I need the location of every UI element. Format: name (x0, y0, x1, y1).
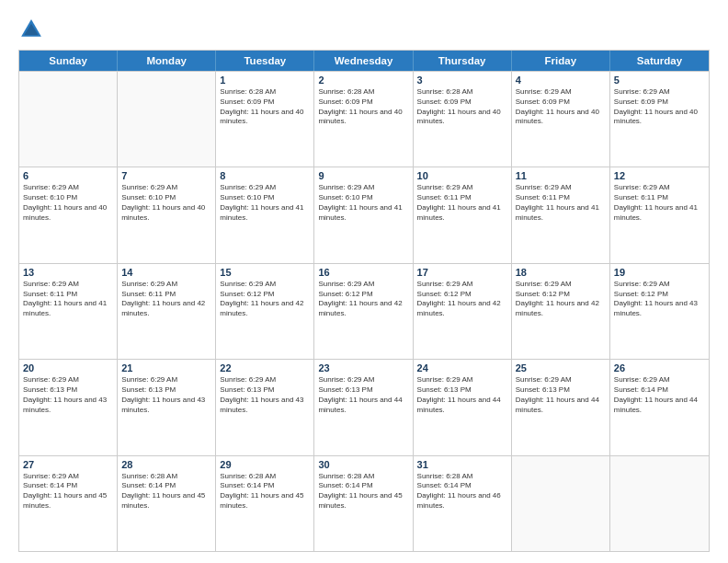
calendar-cell-26: 26Sunrise: 6:29 AM Sunset: 6:14 PM Dayli… (610, 360, 709, 454)
calendar-cell-12: 12Sunrise: 6:29 AM Sunset: 6:11 PM Dayli… (610, 167, 709, 262)
calendar-cell-empty (610, 456, 709, 551)
day-number: 19 (614, 267, 705, 278)
day-number: 23 (318, 362, 408, 373)
cell-info: Sunrise: 6:29 AM Sunset: 6:13 PM Dayligh… (318, 375, 408, 415)
calendar-cell-8: 8Sunrise: 6:29 AM Sunset: 6:10 PM Daylig… (216, 167, 314, 262)
cell-info: Sunrise: 6:29 AM Sunset: 6:10 PM Dayligh… (23, 183, 113, 223)
day-number: 28 (121, 459, 211, 470)
calendar-cell-10: 10Sunrise: 6:29 AM Sunset: 6:11 PM Dayli… (414, 167, 512, 262)
day-number: 4 (516, 75, 606, 86)
cell-info: Sunrise: 6:29 AM Sunset: 6:11 PM Dayligh… (417, 183, 507, 223)
day-number: 8 (220, 170, 310, 181)
calendar-cell-27: 27Sunrise: 6:29 AM Sunset: 6:14 PM Dayli… (19, 456, 118, 551)
cell-info: Sunrise: 6:28 AM Sunset: 6:09 PM Dayligh… (318, 87, 408, 127)
calendar-cell-1: 1Sunrise: 6:28 AM Sunset: 6:09 PM Daylig… (216, 72, 314, 167)
calendar-cell-empty (19, 72, 118, 167)
calendar-cell-empty (512, 456, 610, 551)
calendar-row-2: 13Sunrise: 6:29 AM Sunset: 6:11 PM Dayli… (19, 263, 709, 359)
cell-info: Sunrise: 6:29 AM Sunset: 6:13 PM Dayligh… (220, 375, 310, 415)
weekday-header-monday: Monday (118, 51, 216, 71)
calendar-row-1: 6Sunrise: 6:29 AM Sunset: 6:10 PM Daylig… (19, 167, 709, 262)
cell-info: Sunrise: 6:28 AM Sunset: 6:14 PM Dayligh… (318, 472, 408, 511)
calendar-cell-5: 5Sunrise: 6:29 AM Sunset: 6:09 PM Daylig… (610, 72, 709, 167)
cell-info: Sunrise: 6:29 AM Sunset: 6:11 PM Dayligh… (23, 280, 113, 319)
cell-info: Sunrise: 6:29 AM Sunset: 6:09 PM Dayligh… (516, 87, 606, 127)
calendar-cell-23: 23Sunrise: 6:29 AM Sunset: 6:13 PM Dayli… (314, 360, 413, 454)
cell-info: Sunrise: 6:29 AM Sunset: 6:14 PM Dayligh… (614, 375, 705, 415)
calendar-row-4: 27Sunrise: 6:29 AM Sunset: 6:14 PM Dayli… (19, 455, 709, 551)
day-number: 14 (121, 267, 211, 278)
cell-info: Sunrise: 6:29 AM Sunset: 6:12 PM Dayligh… (318, 280, 408, 319)
cell-info: Sunrise: 6:29 AM Sunset: 6:13 PM Dayligh… (516, 375, 606, 415)
weekday-header-thursday: Thursday (414, 51, 512, 71)
day-number: 12 (614, 170, 705, 181)
day-number: 30 (318, 459, 408, 470)
calendar-cell-20: 20Sunrise: 6:29 AM Sunset: 6:13 PM Dayli… (19, 360, 118, 454)
cell-info: Sunrise: 6:28 AM Sunset: 6:14 PM Dayligh… (417, 472, 507, 511)
calendar-cell-17: 17Sunrise: 6:29 AM Sunset: 6:12 PM Dayli… (414, 264, 512, 359)
calendar-cell-4: 4Sunrise: 6:29 AM Sunset: 6:09 PM Daylig… (512, 72, 610, 167)
header (18, 17, 710, 42)
calendar-cell-24: 24Sunrise: 6:29 AM Sunset: 6:13 PM Dayli… (414, 360, 512, 454)
day-number: 7 (121, 170, 211, 181)
weekday-header-friday: Friday (512, 51, 610, 71)
calendar-cell-empty (118, 72, 216, 167)
day-number: 29 (220, 459, 310, 470)
page: SundayMondayTuesdayWednesdayThursdayFrid… (0, 0, 728, 563)
day-number: 16 (318, 267, 408, 278)
day-number: 17 (417, 267, 507, 278)
calendar-cell-7: 7Sunrise: 6:29 AM Sunset: 6:10 PM Daylig… (118, 167, 216, 262)
day-number: 5 (614, 75, 705, 86)
day-number: 2 (318, 75, 408, 86)
day-number: 22 (220, 362, 310, 373)
calendar-cell-15: 15Sunrise: 6:29 AM Sunset: 6:12 PM Dayli… (216, 264, 314, 359)
day-number: 18 (516, 267, 606, 278)
day-number: 15 (220, 267, 310, 278)
calendar-cell-9: 9Sunrise: 6:29 AM Sunset: 6:10 PM Daylig… (314, 167, 413, 262)
cell-info: Sunrise: 6:29 AM Sunset: 6:09 PM Dayligh… (614, 87, 705, 127)
weekday-header-wednesday: Wednesday (314, 51, 413, 71)
calendar-row-0: 1Sunrise: 6:28 AM Sunset: 6:09 PM Daylig… (19, 71, 709, 167)
calendar-cell-19: 19Sunrise: 6:29 AM Sunset: 6:12 PM Dayli… (610, 264, 709, 359)
calendar-cell-30: 30Sunrise: 6:28 AM Sunset: 6:14 PM Dayli… (314, 456, 413, 551)
cell-info: Sunrise: 6:29 AM Sunset: 6:10 PM Dayligh… (220, 183, 310, 223)
cell-info: Sunrise: 6:29 AM Sunset: 6:10 PM Dayligh… (318, 183, 408, 223)
day-number: 31 (417, 459, 507, 470)
calendar-cell-2: 2Sunrise: 6:28 AM Sunset: 6:09 PM Daylig… (314, 72, 413, 167)
cell-info: Sunrise: 6:29 AM Sunset: 6:13 PM Dayligh… (417, 375, 507, 415)
day-number: 27 (23, 459, 113, 470)
day-number: 20 (23, 362, 113, 373)
calendar-cell-29: 29Sunrise: 6:28 AM Sunset: 6:14 PM Dayli… (216, 456, 314, 551)
calendar-cell-13: 13Sunrise: 6:29 AM Sunset: 6:11 PM Dayli… (19, 264, 118, 359)
cell-info: Sunrise: 6:29 AM Sunset: 6:12 PM Dayligh… (417, 280, 507, 319)
cell-info: Sunrise: 6:29 AM Sunset: 6:11 PM Dayligh… (614, 183, 705, 223)
cell-info: Sunrise: 6:28 AM Sunset: 6:14 PM Dayligh… (121, 472, 211, 511)
cell-info: Sunrise: 6:29 AM Sunset: 6:11 PM Dayligh… (121, 280, 211, 319)
day-number: 24 (417, 362, 507, 373)
day-number: 6 (23, 170, 113, 181)
calendar-cell-21: 21Sunrise: 6:29 AM Sunset: 6:13 PM Dayli… (118, 360, 216, 454)
calendar-body: 1Sunrise: 6:28 AM Sunset: 6:09 PM Daylig… (19, 71, 709, 551)
cell-info: Sunrise: 6:29 AM Sunset: 6:13 PM Dayligh… (23, 375, 113, 415)
day-number: 1 (220, 75, 310, 86)
cell-info: Sunrise: 6:29 AM Sunset: 6:14 PM Dayligh… (23, 472, 113, 511)
cell-info: Sunrise: 6:29 AM Sunset: 6:13 PM Dayligh… (121, 375, 211, 415)
logo (18, 17, 48, 42)
calendar-header: SundayMondayTuesdayWednesdayThursdayFrid… (19, 51, 709, 71)
cell-info: Sunrise: 6:28 AM Sunset: 6:09 PM Dayligh… (417, 87, 507, 127)
day-number: 25 (516, 362, 606, 373)
day-number: 3 (417, 75, 507, 86)
cell-info: Sunrise: 6:28 AM Sunset: 6:14 PM Dayligh… (220, 472, 310, 511)
calendar-cell-31: 31Sunrise: 6:28 AM Sunset: 6:14 PM Dayli… (414, 456, 512, 551)
weekday-header-sunday: Sunday (19, 51, 118, 71)
cell-info: Sunrise: 6:29 AM Sunset: 6:10 PM Dayligh… (121, 183, 211, 223)
day-number: 13 (23, 267, 113, 278)
day-number: 26 (614, 362, 705, 373)
weekday-header-saturday: Saturday (610, 51, 709, 71)
calendar-cell-28: 28Sunrise: 6:28 AM Sunset: 6:14 PM Dayli… (118, 456, 216, 551)
day-number: 9 (318, 170, 408, 181)
calendar-cell-22: 22Sunrise: 6:29 AM Sunset: 6:13 PM Dayli… (216, 360, 314, 454)
calendar-cell-3: 3Sunrise: 6:28 AM Sunset: 6:09 PM Daylig… (414, 72, 512, 167)
calendar-row-3: 20Sunrise: 6:29 AM Sunset: 6:13 PM Dayli… (19, 359, 709, 454)
day-number: 21 (121, 362, 211, 373)
